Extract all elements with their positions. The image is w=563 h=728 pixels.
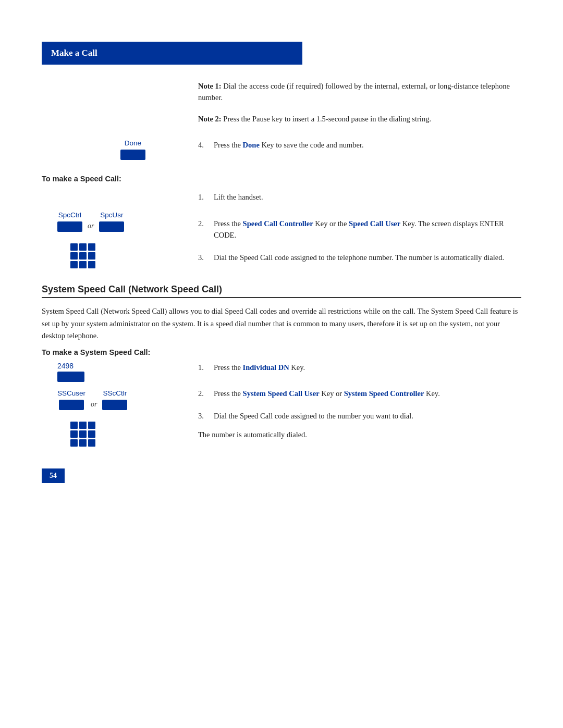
sscu-group: SSCuser <box>57 389 85 410</box>
keypad-icon <box>70 243 193 268</box>
dn-key-group: 2498 <box>57 362 193 382</box>
sys-keypad-dot-2 <box>79 422 87 429</box>
step4-content: Press the Done Key to save the code and … <box>214 139 364 151</box>
keypad-group <box>70 243 193 268</box>
step4-text-after: Key to save the code and number. <box>260 141 364 149</box>
dn-label: 2498 <box>57 362 74 370</box>
sys-speed-right: 1. Press the Individual DN Key. 2. Press… <box>193 362 521 448</box>
speed-call-section: SpcCtrl or SpcUsr <box>42 191 521 268</box>
sys-keypad-dot-6 <box>88 430 95 438</box>
sys-step3-text: Dial the Speed Call code assigned to the… <box>214 410 413 422</box>
auto-dial-text: The number is automatically dialed. <box>198 429 521 441</box>
sys-speed-left: 2498 SSCuser or SScCtlr <box>42 362 193 448</box>
sys-keypad-dot-1 <box>70 422 78 429</box>
page-number: 54 <box>50 472 57 480</box>
notes-section: Note 1: Dial the access code (if require… <box>42 80 521 134</box>
step4-section: Done 4. Press the Done Key to save the c… <box>42 139 521 160</box>
spcu-group: SpcUsr <box>99 211 124 232</box>
note1-text: Dial the access code (if required) follo… <box>198 82 510 102</box>
note2-text: Press the Pause key to insert a 1.5-seco… <box>222 115 431 123</box>
sc-step1-num: 1. <box>198 191 210 203</box>
keypad-dot-1 <box>70 243 78 251</box>
spc-key-row: SpcCtrl or SpcUsr <box>57 211 193 232</box>
sys-step2-link2: System Speed Controller <box>344 389 424 398</box>
ssc-key-group: SSCuser or SScCtlr <box>57 389 193 410</box>
sys-step1-after: Key. <box>289 363 305 372</box>
sys-keypad-dot-9 <box>88 439 95 447</box>
sys-step2-after: Key. <box>424 389 439 398</box>
section-heading: System Speed Call (Network Speed Call) <box>42 284 521 298</box>
done-key-group: Done <box>73 139 193 160</box>
sys-step1-content: Press the Individual DN Key. <box>214 362 305 373</box>
spc-usr-label: SpcUsr <box>100 211 123 219</box>
done-key-label: Done <box>125 139 141 147</box>
step4-left: Done <box>42 139 193 160</box>
note1: Note 1: Dial the access code (if require… <box>198 80 521 104</box>
sys-keypad-group <box>70 422 193 447</box>
sc-step3: 3. Dial the Speed Call code assigned to … <box>198 252 521 263</box>
sys-step3-num: 3. <box>198 410 210 422</box>
step4-list: 4. Press the Done Key to save the code a… <box>198 139 521 151</box>
keypad-dot-8 <box>79 261 87 268</box>
ssc-or-label: or <box>91 400 97 409</box>
spcc-group: SpcCtrl <box>57 211 82 232</box>
spc-key-group: SpcCtrl or SpcUsr <box>57 211 193 232</box>
speed-call-list: 1. Lift the handset. 2. Press the Speed … <box>198 191 521 263</box>
header-banner: Make a Call <box>42 42 302 65</box>
note1-bold: Note 1: <box>198 82 222 90</box>
ssc-user-label: SSCuser <box>57 389 85 397</box>
step4-num: 4. <box>198 139 210 151</box>
note2-bold: Note 2: <box>198 115 222 123</box>
sc-step2-mid: Key or the <box>313 219 349 228</box>
sys-keypad-icon <box>70 422 193 447</box>
step1-left-spacer <box>42 191 193 207</box>
sys-keypad-dot-5 <box>79 430 87 438</box>
sys-speed-call-section: 2498 SSCuser or SScCtlr <box>42 362 521 448</box>
spc-ctrl-label: SpcCtrl <box>58 211 81 219</box>
sc-step2-before: Press the <box>214 219 243 228</box>
keypad-dot-7 <box>70 261 78 268</box>
notes-right-panel: Note 1: Dial the access code (if require… <box>193 80 521 134</box>
sc-step3-text: Dial the Speed Call code assigned to the… <box>214 252 504 263</box>
system-speed-call-intro: To make a System Speed Call: <box>42 348 521 356</box>
sc-step2-link2: Speed Call User <box>349 219 400 228</box>
ssc-ctlr-label: SScCtlr <box>103 389 127 397</box>
sc-step2: 2. Press the Speed Call Controller Key o… <box>198 218 521 241</box>
keypad-dot-5 <box>79 252 87 260</box>
note2: Note 2: Press the Pause key to insert a … <box>198 113 521 125</box>
sys-step2-content: Press the System Speed Call User Key or … <box>214 388 440 399</box>
ssc-key-row: SSCuser or SScCtlr <box>57 389 193 410</box>
step4-right: 4. Press the Done Key to save the code a… <box>193 139 521 160</box>
notes-left-panel <box>42 80 193 134</box>
sc-step1: 1. Lift the handset. <box>198 191 521 203</box>
sc-step3-num: 3. <box>198 252 210 263</box>
sc-step1-text: Lift the handset. <box>214 191 263 203</box>
sys-speed-list: 1. Press the Individual DN Key. 2. Press… <box>198 362 521 422</box>
keypad-dot-4 <box>70 252 78 260</box>
step4-text-before: Press the <box>214 141 243 149</box>
step4-done-link: Done <box>243 141 260 149</box>
page-container: Make a Call Note 1: Dial the access code… <box>0 0 563 525</box>
keypad-dot-6 <box>88 252 95 260</box>
sc-step2-link1: Speed Call Controller <box>243 219 313 228</box>
sys-step3: 3. Dial the Speed Call code assigned to … <box>198 410 521 422</box>
dn-key-btn <box>57 372 84 382</box>
sys-step1-link: Individual DN <box>243 363 289 372</box>
sys-step2-link1: System Speed Call User <box>243 389 320 398</box>
sys-step1: 1. Press the Individual DN Key. <box>198 362 521 373</box>
page-badge: 54 <box>42 468 65 483</box>
sys-step2-mid: Key or <box>320 389 344 398</box>
spc-ctrl-btn <box>57 221 82 232</box>
speed-call-intro: To make a Speed Call: <box>42 175 521 183</box>
keypad-dot-2 <box>79 243 87 251</box>
spc-usr-btn <box>99 221 124 232</box>
section-body: System Speed Call (Network Speed Call) a… <box>42 305 521 342</box>
speed-call-left: SpcCtrl or SpcUsr <box>42 191 193 268</box>
speed-call-right: 1. Lift the handset. 2. Press the Speed … <box>193 191 521 268</box>
or-label: or <box>88 222 94 230</box>
keypad-dot-3 <box>88 243 95 251</box>
sys-keypad-dot-7 <box>70 439 78 447</box>
sys-step2: 2. Press the System Speed Call User Key … <box>198 388 521 399</box>
ssc-user-btn <box>59 400 84 410</box>
sys-keypad-dot-8 <box>79 439 87 447</box>
